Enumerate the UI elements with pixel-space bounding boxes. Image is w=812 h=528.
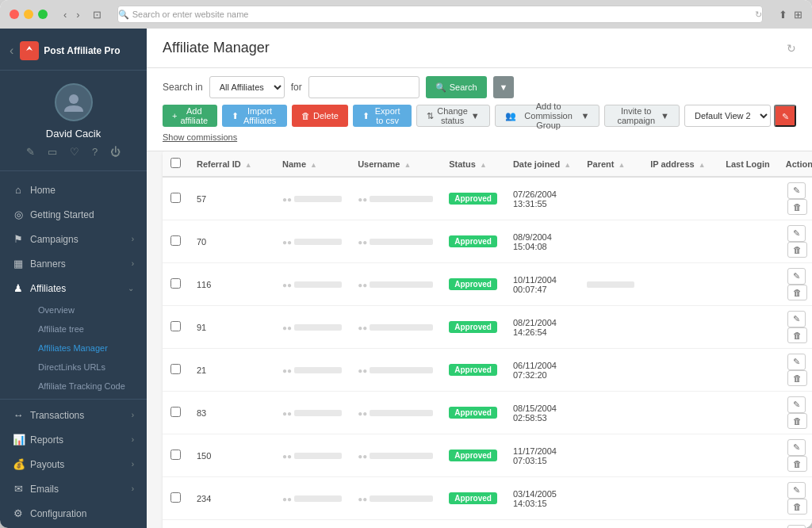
table-row: 21●●●●Approved06/11/2004 07:32:20✎🗑 [163, 349, 812, 392]
delete-row-button[interactable]: 🗑 [787, 199, 807, 215]
search-input[interactable] [308, 76, 419, 98]
delete-button[interactable]: 🗑 Delete [292, 105, 348, 127]
search-button[interactable]: 🔍 Search [426, 76, 487, 98]
edit-profile-icon[interactable]: ✎ [26, 146, 35, 158]
filter-button[interactable]: ▼ [493, 76, 515, 98]
th-parent[interactable]: Parent ▲ [579, 151, 642, 177]
th-last-login[interactable]: Last Login [718, 151, 778, 177]
sidebar-item-campaigns[interactable]: ⚑ Campaigns › [0, 227, 147, 251]
delete-row-button[interactable]: 🗑 [787, 499, 807, 515]
th-ip[interactable]: IP address ▲ [642, 151, 718, 177]
refresh-icon[interactable]: ↻ [755, 10, 762, 20]
delete-row-button[interactable]: 🗑 [787, 413, 807, 429]
delete-row-button[interactable]: 🗑 [787, 285, 807, 300]
back-button[interactable]: ‹ [60, 9, 70, 21]
edit-row-button[interactable]: ✎ [787, 396, 806, 413]
th-status[interactable]: Status ▲ [441, 151, 505, 177]
cell-username: ●● [350, 177, 441, 220]
monitor-icon[interactable]: ▭ [48, 146, 57, 158]
add-icon: + [172, 111, 177, 121]
row-checkbox[interactable] [170, 450, 181, 460]
sidebar-back-button[interactable]: ‹ [10, 44, 13, 58]
row-checkbox[interactable] [170, 278, 181, 289]
logo-text: Post Affiliate Pro [44, 45, 120, 56]
sidebar-item-home[interactable]: ⌂ Home [0, 178, 147, 202]
table-header-row: Referral ID ▲ Name ▲ Username ▲ Status ▲… [163, 151, 812, 177]
sort-date-icon: ▲ [564, 161, 571, 169]
delete-row-button[interactable]: 🗑 [787, 242, 807, 258]
address-bar[interactable]: 🔍 Search or enter website name ↻ [117, 6, 763, 23]
cell-name: ●● [274, 177, 350, 220]
table-row: 91●●●●Approved08/21/2004 14:26:54✎🗑 [163, 306, 812, 349]
edit-row-button[interactable]: ✎ [787, 525, 806, 528]
sidebar-item-banners[interactable]: ▦ Banners › [0, 251, 147, 276]
row-checkbox[interactable] [170, 193, 181, 203]
minimize-button[interactable] [24, 10, 33, 19]
sidebar-item-affiliates[interactable]: ♟ Affiliates ⌄ [0, 276, 147, 300]
reports-icon: 📊 [13, 434, 24, 446]
sidebar-item-affiliate-tree[interactable]: Affiliate tree [25, 319, 147, 339]
sidebar-toggle[interactable]: ⊡ [93, 9, 102, 21]
sidebar-item-reports[interactable]: 📊 Reports › [0, 427, 147, 452]
cell-last-login [718, 520, 778, 529]
row-checkbox[interactable] [170, 492, 181, 503]
edit-row-button[interactable]: ✎ [787, 439, 806, 456]
share-icon[interactable]: ⬆ [779, 9, 787, 21]
sidebar: ‹ Post Affiliate Pro David Cacik [0, 29, 147, 528]
th-checkbox[interactable] [163, 151, 189, 177]
delete-row-button[interactable]: 🗑 [787, 456, 807, 472]
export-button[interactable]: ⬆ Export to csv [353, 105, 412, 127]
heart-icon[interactable]: ♡ [70, 146, 79, 158]
cell-parent [579, 220, 642, 263]
edit-row-button[interactable]: ✎ [787, 182, 806, 199]
search-in-select[interactable]: All Affiliates [209, 76, 285, 98]
th-referral-id[interactable]: Referral ID ▲ [189, 151, 274, 177]
show-commissions-link[interactable]: Show commissions [163, 132, 237, 142]
cell-last-login [718, 177, 778, 220]
status-badge: Approved [449, 193, 497, 205]
row-checkbox[interactable] [170, 364, 181, 374]
edit-row-button[interactable]: ✎ [787, 482, 806, 499]
emails-icon: ✉ [13, 483, 24, 495]
row-checkbox[interactable] [170, 321, 181, 331]
edit-view-button[interactable]: ✎ [774, 105, 796, 127]
forward-button[interactable]: › [73, 9, 82, 21]
refresh-content-icon[interactable]: ↻ [787, 42, 796, 55]
th-date-joined[interactable]: Date joined ▲ [505, 151, 579, 177]
th-username[interactable]: Username ▲ [350, 151, 441, 177]
edit-row-button[interactable]: ✎ [787, 225, 806, 242]
sidebar-item-affiliates-manager[interactable]: Affiliates Manager [25, 339, 147, 358]
sidebar-item-configuration[interactable]: ⚙ Configuration [0, 501, 147, 526]
edit-row-button[interactable]: ✎ [787, 311, 806, 327]
cell-last-login [718, 434, 778, 477]
change-status-button[interactable]: ⇅ Change status ▼ [416, 105, 489, 127]
banners-arrow: › [132, 259, 134, 268]
logout-icon[interactable]: ⏻ [110, 146, 121, 158]
table-row: 234●●●●Approved03/14/2005 14:03:15✎🗑 [163, 477, 812, 520]
import-affiliates-button[interactable]: ⬆ Import Affiliates [222, 105, 287, 127]
add-commission-button[interactable]: 👥 Add to Commission Group ▼ [495, 105, 600, 127]
row-checkbox[interactable] [170, 235, 181, 246]
maximize-button[interactable] [38, 10, 48, 19]
add-affiliate-button[interactable]: + Add affiliate [163, 105, 217, 127]
delete-row-button[interactable]: 🗑 [787, 370, 807, 386]
invite-campaign-button[interactable]: Invite to campaign ▼ [604, 105, 680, 127]
close-button[interactable] [10, 10, 19, 19]
sidebar-item-tracking-code[interactable]: Affiliate Tracking Code [25, 377, 147, 396]
sidebar-item-directlinks[interactable]: DirectLinks URLs [25, 358, 147, 377]
sidebar-item-getting-started[interactable]: ◎ Getting Started [0, 202, 147, 227]
help-icon[interactable]: ? [92, 146, 98, 158]
view-select[interactable]: Default View 2 [684, 105, 771, 127]
delete-row-button[interactable]: 🗑 [787, 327, 807, 343]
sidebar-item-overview[interactable]: Overview [25, 300, 147, 319]
sidebar-header: ‹ Post Affiliate Pro [0, 29, 147, 71]
edit-row-button[interactable]: ✎ [787, 268, 806, 285]
select-all-checkbox[interactable] [170, 158, 181, 168]
sidebar-item-emails[interactable]: ✉ Emails › [0, 476, 147, 501]
sidebar-item-transactions[interactable]: ↔ Transactions › [0, 403, 147, 427]
edit-row-button[interactable]: ✎ [787, 354, 806, 370]
new-tab-icon[interactable]: ⊞ [794, 9, 802, 21]
row-checkbox[interactable] [170, 407, 181, 417]
sidebar-item-payouts[interactable]: 💰 Payouts › [0, 452, 147, 476]
th-name[interactable]: Name ▲ [274, 151, 350, 177]
